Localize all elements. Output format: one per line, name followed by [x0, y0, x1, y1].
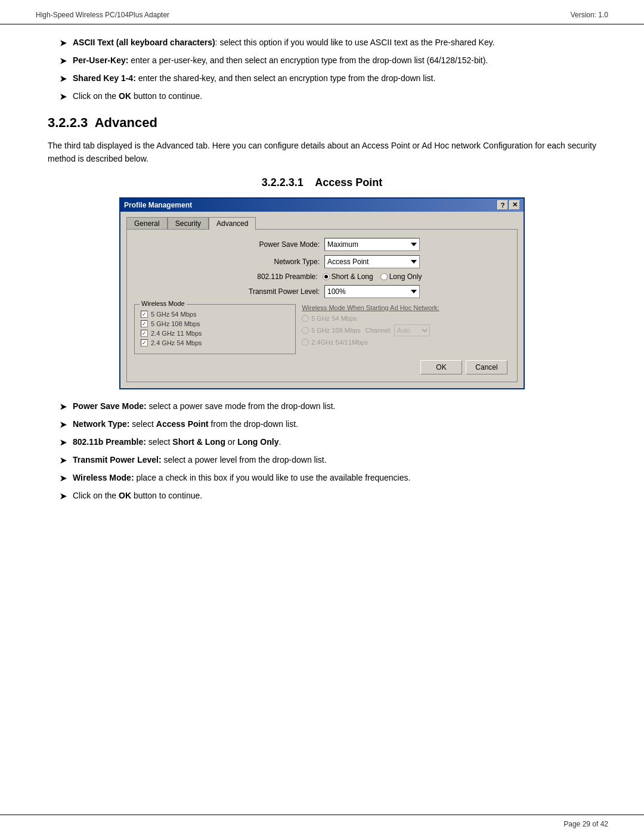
- channel-label: Channel:: [366, 327, 392, 334]
- bullet-arrow: ➤: [60, 472, 67, 485]
- dialog-wrapper: Profile Management ? ✕ General Security …: [48, 197, 596, 389]
- transmit-power-row: Transmit Power Level: 100% 50% 25%: [134, 285, 510, 298]
- preamble-row: 802.11b Preamble: Short & Long: [134, 272, 510, 281]
- checkbox-5ghz-54: 5 GHz 54 Mbps: [141, 311, 289, 318]
- channel-select[interactable]: Auto: [394, 324, 430, 336]
- header-left: High-Speed Wireless PC/104Plus Adapter: [36, 11, 169, 19]
- transmit-power-select[interactable]: 100% 50% 25%: [324, 285, 420, 298]
- adhoc-24ghz-label: 2.4GHz 54/11Mbps: [311, 339, 368, 346]
- adhoc-5ghz-108-label: 5 GHz 108 Mbps: [311, 327, 361, 334]
- list-item-text: Transmit Power Level: select a power lev…: [73, 454, 327, 466]
- power-save-select[interactable]: Maximum Normal Off: [324, 238, 420, 251]
- checkbox-5ghz-108-label: 5 GHz 108 Mbps: [151, 320, 200, 327]
- bold-label: Network Type:: [73, 419, 129, 429]
- list-item-text: Power Save Mode: select a power save mod…: [73, 400, 335, 413]
- checkbox-24ghz-11-box[interactable]: [141, 330, 148, 337]
- bold-label: Shared Key 1-4:: [73, 73, 136, 83]
- adhoc-radio-5ghz-54: [302, 315, 309, 322]
- checkbox-24ghz-54: 2.4 GHz 54 Mbps: [141, 339, 289, 346]
- bold-label: Short & Long: [172, 437, 225, 447]
- dialog-footer: OK Cancel: [134, 360, 510, 374]
- dialog-titlebar: Profile Management ? ✕: [120, 199, 524, 212]
- preamble-control: Short & Long Long Only: [323, 272, 422, 281]
- list-item-text: Shared Key 1-4: enter the shared-key, an…: [73, 72, 435, 85]
- list-item-text: ASCII Text (all keyboard characters): se…: [73, 36, 495, 49]
- network-type-select[interactable]: Access Point Ad Hoc: [324, 255, 420, 268]
- bold-label: Long Only: [237, 437, 278, 447]
- list-item-text: Per-User-Key: enter a per-user-key, and …: [73, 54, 488, 67]
- list-item: ➤ Network Type: select Access Point from…: [60, 418, 596, 431]
- power-save-row: Power Save Mode: Maximum Normal Off: [134, 238, 510, 251]
- list-item: ➤ Wireless Mode: place a check in this b…: [60, 472, 596, 485]
- list-item: ➤ 802.11b Preamble: select Short & Long …: [60, 436, 596, 449]
- bold-label: OK: [119, 491, 131, 500]
- radio-short-long[interactable]: [323, 273, 330, 280]
- tab-security[interactable]: Security: [168, 217, 209, 230]
- checkbox-5ghz-54-label: 5 GHz 54 Mbps: [151, 311, 196, 318]
- network-type-row: Network Type: Access Point Ad Hoc: [134, 255, 510, 268]
- list-item: ➤ Per-User-Key: enter a per-user-key, an…: [60, 54, 596, 67]
- dialog-body: General Security Advanced Power Save Mod…: [120, 212, 524, 388]
- bullet-arrow: ➤: [60, 55, 67, 67]
- network-type-label: Network Type:: [224, 258, 320, 266]
- dialog-title: Profile Management: [124, 201, 192, 209]
- network-type-control: Access Point Ad Hoc: [324, 255, 420, 268]
- bold-label: OK: [119, 91, 131, 101]
- checkbox-5ghz-54-box[interactable]: [141, 311, 148, 318]
- tab-advanced[interactable]: Advanced: [209, 217, 256, 230]
- page-footer: Page 29 of 42: [0, 815, 644, 833]
- adhoc-radio-24ghz: [302, 339, 309, 346]
- checkbox-5ghz-108-box[interactable]: [141, 320, 148, 327]
- bullet-arrow: ➤: [60, 454, 67, 467]
- checkbox-24ghz-54-label: 2.4 GHz 54 Mbps: [151, 339, 202, 346]
- bold-label: Transmit Power Level:: [73, 455, 162, 465]
- bullet-arrow: ➤: [60, 419, 67, 431]
- list-item: ➤ Transmit Power Level: select a power l…: [60, 454, 596, 467]
- checkbox-24ghz-11-label: 2.4 GHz 11 Mbps: [151, 330, 202, 337]
- wireless-mode-label: Wireless Mode: [140, 300, 187, 307]
- bullet-arrow: ➤: [60, 436, 67, 449]
- page-number: Page 29 of 42: [564, 820, 608, 828]
- adhoc-5ghz-108: 5 GHz 108 Mbps Channel: Auto: [302, 324, 510, 336]
- checkbox-5ghz-108: 5 GHz 108 Mbps: [141, 320, 289, 327]
- help-button[interactable]: ?: [497, 200, 508, 210]
- subsection-heading: 3.2.2.3.1 Access Point: [48, 176, 596, 189]
- tab-general[interactable]: General: [126, 217, 168, 230]
- radio-long-only[interactable]: [380, 273, 388, 280]
- list-item-text: Click on the OK button to continue.: [73, 90, 202, 103]
- list-item-text: Click on the OK button to continue.: [73, 490, 202, 502]
- bullet-arrow: ➤: [60, 37, 67, 49]
- ok-button[interactable]: OK: [420, 360, 462, 374]
- list-item-text: Wireless Mode: place a check in this box…: [73, 472, 410, 484]
- transmit-power-label: Transmit Power Level:: [224, 287, 320, 296]
- transmit-power-control: 100% 50% 25%: [324, 285, 420, 298]
- bottom-bullet-list: ➤ Power Save Mode: select a power save m…: [60, 400, 596, 503]
- titlebar-buttons: ? ✕: [497, 200, 520, 210]
- page-header: High-Speed Wireless PC/104Plus Adapter V…: [0, 0, 644, 24]
- preamble-long-only[interactable]: Long Only: [380, 272, 422, 281]
- intro-paragraph: The third tab displayed is the Advanced …: [48, 139, 596, 166]
- section-heading: 3.2.2.3 Advanced: [48, 115, 596, 131]
- checkbox-24ghz-54-box[interactable]: [141, 339, 148, 346]
- bullet-arrow: ➤: [60, 401, 67, 413]
- list-item-text: 802.11b Preamble: select Short & Long or…: [73, 436, 281, 448]
- power-save-control: Maximum Normal Off: [324, 238, 420, 251]
- adhoc-5ghz-54-label: 5 GHz 54 Mbps: [311, 315, 357, 322]
- top-bullet-list: ➤ ASCII Text (all keyboard characters): …: [60, 36, 596, 103]
- list-item: ➤ Click on the OK button to continue.: [60, 90, 596, 103]
- preamble-radio-group: Short & Long Long Only: [323, 272, 422, 281]
- page-container: High-Speed Wireless PC/104Plus Adapter V…: [0, 0, 644, 833]
- close-button[interactable]: ✕: [509, 200, 520, 210]
- bold-label: 802.11b Preamble:: [73, 437, 146, 447]
- bold-label: Power Save Mode:: [73, 401, 147, 411]
- cancel-button[interactable]: Cancel: [466, 360, 507, 374]
- bold-label: Per-User-Key:: [73, 55, 128, 65]
- list-item: ➤ Shared Key 1-4: enter the shared-key, …: [60, 72, 596, 85]
- preamble-short-long[interactable]: Short & Long: [323, 272, 373, 281]
- list-item: ➤ Power Save Mode: select a power save m…: [60, 400, 596, 413]
- bullet-arrow: ➤: [60, 91, 67, 103]
- radio-long-only-label: Long Only: [389, 272, 422, 281]
- checkbox-24ghz-11: 2.4 GHz 11 Mbps: [141, 330, 289, 337]
- bullet-arrow: ➤: [60, 490, 67, 503]
- list-item-text: Network Type: select Access Point from t…: [73, 418, 298, 431]
